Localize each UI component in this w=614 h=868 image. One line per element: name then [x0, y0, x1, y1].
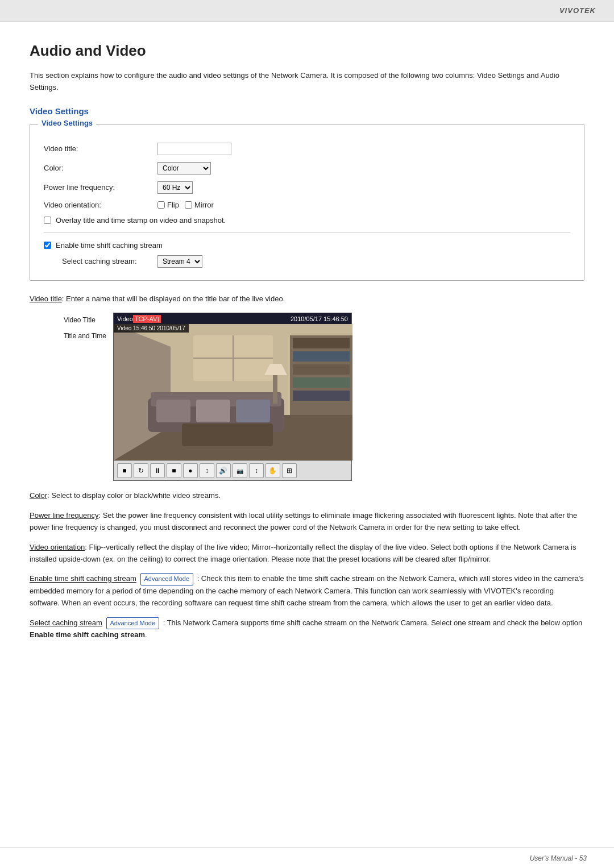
video-title-demo-label: Video Title	[64, 316, 106, 324]
advanced-mode-badge-2: Advanced Mode	[106, 617, 160, 630]
brand-logo: VIVOTEK	[559, 6, 596, 15]
color-desc-text: : Select to display color or black/white…	[47, 491, 221, 500]
overlay-label: Overlay title and time stamp on video an…	[56, 216, 226, 225]
room-svg	[114, 324, 352, 460]
enable-cache-description: Enable time shift caching stream Advance…	[30, 573, 584, 609]
video-orientation-label: Video orientation:	[44, 201, 157, 209]
record-btn[interactable]: ■	[167, 463, 181, 478]
enable-cache-term: Enable time shift caching stream	[30, 575, 136, 583]
fullscreen-btn[interactable]: ⊞	[282, 463, 297, 478]
demo-labels: Video Title Title and Time	[64, 313, 106, 340]
video-orientation-row: Video orientation: Flip Mirror	[44, 201, 570, 209]
power-line-desc-text: : Set the power line frequency consisten…	[30, 511, 577, 531]
select-cache-bold-text: Enable time shift caching stream	[30, 630, 145, 639]
pause-btn[interactable]: ⏸	[150, 463, 165, 478]
color-description: Color: Select to display color or black/…	[30, 490, 584, 502]
overlay-checkbox[interactable]	[44, 217, 51, 224]
flip-item: Flip	[157, 201, 179, 209]
select-cache-label: Select caching stream:	[62, 257, 153, 265]
svg-rect-15	[236, 400, 270, 422]
svg-rect-14	[196, 400, 230, 422]
stop-btn[interactable]: ■	[117, 463, 132, 478]
video-title-input[interactable]	[157, 143, 231, 155]
video-settings-box-title: Video Settings	[38, 119, 96, 127]
svg-rect-5	[293, 338, 350, 348]
overlay-row: Overlay title and time stamp on video an…	[44, 216, 570, 225]
select-cache-description: Select caching stream Advanced Mode : Th…	[30, 617, 584, 641]
footer-bar: User's Manual - 53	[0, 848, 614, 868]
power-line-term: Power line frequency	[30, 511, 98, 520]
color-row: Color: Color Black/White	[44, 162, 570, 175]
footer-text: User's Manual - 53	[530, 854, 587, 862]
video-title-term: Video title	[30, 294, 62, 303]
power-line-row: Power line frequency: 50 Hz 60 Hz	[44, 181, 570, 194]
title-time-demo-label: Title and Time	[64, 332, 106, 340]
enable-cache-checkbox[interactable]	[44, 242, 51, 249]
video-demo-container: Video Title Title and Time VideoTCP-AV) …	[64, 313, 584, 481]
video-settings-box: Video Settings Video title: Color: Color…	[30, 124, 584, 281]
power-line-label: Power line frequency:	[44, 183, 157, 192]
flip-mirror-group: Flip Mirror	[157, 201, 214, 209]
enable-cache-label: Enable time shift caching stream	[56, 241, 163, 250]
enable-cache-row: Enable time shift caching stream	[44, 241, 570, 250]
select-cache-term: Select caching stream	[30, 618, 102, 627]
select-cache-desc-text: : This Network Camera supports time shif…	[163, 618, 582, 627]
page-title: Audio and Video	[30, 42, 584, 60]
video-controls-bar: ■ ↻ ⏸ ■ ● ↕ 🔊 📷 ↕ ✋ ⊞	[114, 460, 351, 480]
power-line-description: Power line frequency: Set the power line…	[30, 510, 584, 534]
flip-label: Flip	[167, 201, 179, 209]
intro-text: This section explains how to configure t…	[30, 70, 584, 94]
video-image-area	[114, 324, 352, 460]
mirror-item: Mirror	[185, 201, 214, 209]
power-line-select[interactable]: 50 Hz 60 Hz	[157, 181, 193, 194]
select-cache-desc-text2: .	[145, 630, 147, 639]
svg-rect-19	[273, 375, 277, 404]
video-orientation-description: Video orientation: Flip--vertically refl…	[30, 542, 584, 566]
advanced-mode-badge-1: Advanced Mode	[140, 573, 194, 585]
video-top-left: VideoTCP-AV)	[117, 314, 161, 323]
select-cache-row: Select caching stream: Stream 1 Stream 2…	[62, 255, 570, 268]
video-body: Video 15:46:50 2010/05/17	[114, 324, 351, 460]
svg-rect-12	[182, 423, 273, 446]
video-demo-layout: Video Title Title and Time VideoTCP-AV) …	[64, 313, 352, 481]
flip2-btn[interactable]: ↕	[249, 463, 264, 478]
video-subtitle-bar: Video 15:46:50 2010/05/17	[114, 324, 189, 333]
mirror-label: Mirror	[194, 201, 214, 209]
video-timestamp: 2010/05/17 15:46:50	[291, 315, 348, 322]
top-bar: VIVOTEK	[0, 0, 614, 22]
mirror-checkbox[interactable]	[185, 201, 192, 209]
camera-btn[interactable]: 📷	[233, 463, 247, 478]
video-title-row: Video title:	[44, 143, 570, 155]
video-frame-wrapper: VideoTCP-AV) 2010/05/17 15:46:50 Video 1…	[113, 313, 352, 481]
svg-rect-7	[293, 364, 350, 375]
stream-select[interactable]: Stream 1 Stream 2 Stream 3 Stream 4	[157, 255, 202, 268]
snapshot-btn[interactable]: ●	[183, 463, 198, 478]
svg-rect-6	[293, 351, 350, 362]
color-term: Color	[30, 491, 47, 500]
hand-btn[interactable]: ✋	[265, 463, 280, 478]
video-settings-section-title: Video Settings	[30, 106, 584, 116]
flip-checkbox[interactable]	[157, 201, 165, 209]
video-orientation-desc-text: : Flip--vertically reflect the display o…	[30, 543, 576, 563]
svg-rect-9	[293, 391, 350, 401]
video-top-bar: VideoTCP-AV) 2010/05/17 15:46:50	[114, 313, 351, 324]
video-orientation-term: Video orientation	[30, 543, 85, 551]
color-select[interactable]: Color Black/White	[157, 162, 211, 175]
page-content: Audio and Video This section explains ho…	[0, 22, 614, 683]
divider	[44, 232, 570, 233]
svg-rect-8	[293, 377, 350, 388]
video-frame: VideoTCP-AV) 2010/05/17 15:46:50 Video 1…	[113, 313, 352, 481]
audio-btn[interactable]: 🔊	[216, 463, 231, 478]
refresh-btn[interactable]: ↻	[134, 463, 148, 478]
color-label: Color:	[44, 164, 157, 172]
video-title-description: Video title: Enter a name that will be d…	[30, 293, 584, 305]
video-title-label: Video title:	[44, 144, 157, 153]
flip-btn[interactable]: ↕	[200, 463, 214, 478]
video-title-desc-text: : Enter a name that will be displayed on…	[62, 294, 285, 303]
svg-rect-13	[156, 400, 190, 422]
video-title-highlight: TCP-AV)	[133, 315, 161, 323]
